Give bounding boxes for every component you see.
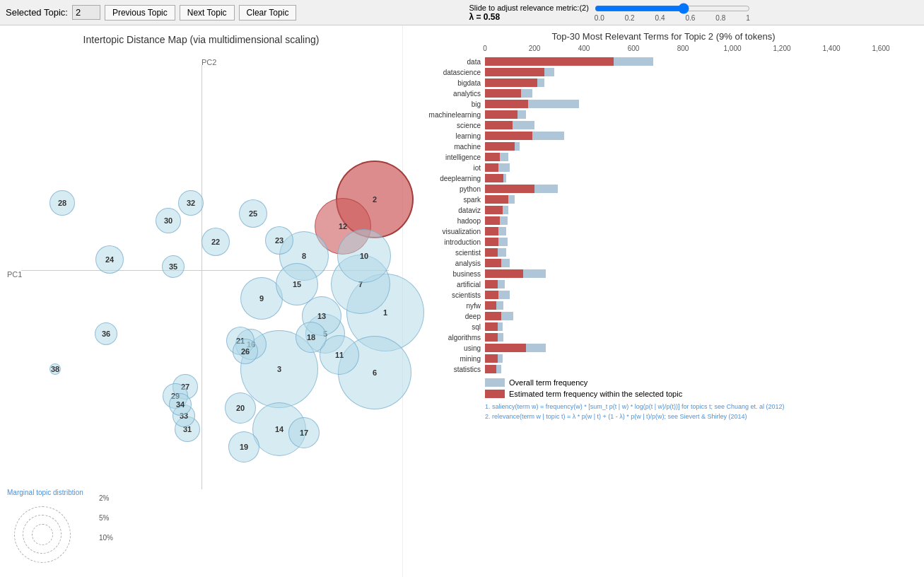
bar-red-bigdata [485, 78, 537, 87]
bubble-24[interactable]: 24 [95, 245, 124, 274]
bar-label-nyfw: nyfw [414, 302, 485, 310]
marginal-5pct: 5% [99, 508, 113, 528]
bubble-34[interactable]: 34 [169, 393, 192, 416]
bar-red-business [485, 269, 523, 278]
x-axis-label-5: 1,000 [723, 45, 741, 52]
bubble-10[interactable]: 10 [337, 229, 391, 283]
bar-row-sql: sql [414, 322, 913, 332]
bar-label-introduction: introduction [414, 238, 485, 246]
bar-red-learning [485, 132, 532, 140]
bar-label-using: using [414, 344, 485, 352]
bar-track-data [485, 57, 913, 66]
slider-section: 0.00.20.40.60.81 [595, 3, 750, 22]
bar-row-analysis: analysis [414, 258, 913, 268]
x-axis-label-6: 1,200 [773, 45, 790, 52]
bar-label-intelligence: intelligence [414, 153, 485, 161]
bar-row-bigdata: bigdata [414, 78, 913, 88]
bar-row-using: using [414, 343, 913, 353]
main-content: Intertopic Distance Map (via multidimens… [0, 25, 924, 577]
bar-label-analytics: analytics [414, 90, 485, 98]
bar-red-analytics [485, 89, 521, 98]
bar-label-visualization: visualization [414, 228, 485, 235]
bubble-19[interactable]: 19 [228, 431, 259, 462]
bar-track-science [485, 120, 913, 130]
relevance-slider[interactable] [595, 3, 750, 14]
bubble-30[interactable]: 30 [156, 208, 181, 233]
bar-label-business: business [414, 270, 485, 278]
bar-row-deeplearning: deeplearning [414, 173, 913, 183]
bar-red-nyfw [485, 301, 496, 310]
bar-red-intelligence [485, 153, 500, 161]
bar-label-learning: learning [414, 132, 485, 140]
bar-label-python: python [414, 185, 485, 193]
bar-track-machine [485, 141, 913, 151]
bar-track-iot [485, 163, 913, 173]
bar-label-iot: iot [414, 164, 485, 172]
legend-overall: Overall term frequency [485, 378, 913, 387]
bar-track-analytics [485, 88, 913, 98]
bar-track-algorithms [485, 332, 913, 342]
bar-label-algorithms: algorithms [414, 334, 485, 342]
bar-row-data: data [414, 57, 913, 66]
bar-red-analysis [485, 259, 501, 267]
bubble-32[interactable]: 32 [178, 190, 204, 216]
bubble-28[interactable]: 28 [49, 190, 75, 216]
bubble-18[interactable]: 18 [296, 322, 327, 353]
bar-row-mining: mining [414, 354, 913, 363]
lambda-label: λ = 0.58 [469, 12, 589, 22]
bar-red-deeplearning [485, 174, 503, 182]
bubble-35[interactable]: 35 [162, 255, 185, 278]
bar-track-scientists [485, 290, 913, 300]
bar-red-scientist [485, 248, 498, 257]
bar-red-hadoop [485, 216, 500, 225]
bar-row-artificial: artificial [414, 279, 913, 289]
bubble-17[interactable]: 17 [288, 417, 320, 448]
bar-label-artificial: artificial [414, 281, 485, 288]
next-topic-button[interactable]: Next Topic [180, 5, 235, 21]
bubble-38[interactable]: 38 [49, 363, 61, 375]
bar-track-business [485, 269, 913, 279]
x-axis-label-1: 200 [529, 45, 541, 52]
bar-red-using [485, 344, 526, 352]
bar-label-statistics: statistics [414, 366, 485, 373]
chart-title: Top-30 Most Relevant Terms for Topic 2 (… [414, 31, 913, 42]
legend-box-estimated [485, 390, 505, 398]
right-controls: Slide to adjust relevance metric:(2) λ =… [455, 3, 919, 22]
bubble-23[interactable]: 23 [265, 226, 293, 255]
x-axis-label-2: 400 [578, 45, 590, 52]
bar-track-hadoop [485, 216, 913, 226]
bubble-20[interactable]: 20 [225, 392, 256, 424]
prev-topic-button[interactable]: Previous Topic [105, 5, 175, 21]
bar-row-science: science [414, 120, 913, 130]
bar-red-big [485, 100, 528, 108]
bar-label-machine: machine [414, 143, 485, 151]
bar-track-using [485, 343, 913, 353]
selected-topic-label: Selected Topic: [6, 7, 68, 18]
bar-red-science [485, 121, 513, 129]
clear-topic-button[interactable]: Clear Topic [239, 5, 297, 21]
marginal-10pct: 10% [99, 528, 113, 548]
bar-track-machinelearning [485, 110, 913, 120]
bar-row-dataviz: dataviz [414, 205, 913, 215]
bar-label-bigdata: bigdata [414, 79, 485, 87]
bar-label-dataviz: dataviz [414, 206, 485, 214]
legend-estimated-label: Estimated term frequency within the sele… [509, 390, 682, 398]
bubble-36[interactable]: 36 [95, 322, 117, 345]
bar-chart: datadatasciencebigdataanalyticsbigmachin… [414, 57, 913, 374]
bubble-26[interactable]: 26 [233, 339, 258, 364]
bar-track-artificial [485, 279, 913, 289]
bar-label-deeplearning: deeplearning [414, 175, 485, 182]
bubble-22[interactable]: 22 [201, 228, 230, 256]
bar-row-visualization: visualization [414, 226, 913, 236]
bubble-15[interactable]: 15 [276, 263, 318, 305]
marginal-labels: 2% 5% 10% [99, 489, 113, 548]
vertical-axis [201, 65, 202, 489]
footnotes: 1. saliency(term w) = frequency(w) * [su… [485, 402, 913, 421]
bar-red-deep [485, 312, 501, 320]
bubble-25[interactable]: 25 [239, 199, 267, 228]
bar-track-deep [485, 311, 913, 321]
bar-label-big: big [414, 100, 485, 108]
selected-topic-input[interactable] [72, 5, 100, 20]
bar-label-science: science [414, 122, 485, 129]
bar-track-learning [485, 131, 913, 141]
